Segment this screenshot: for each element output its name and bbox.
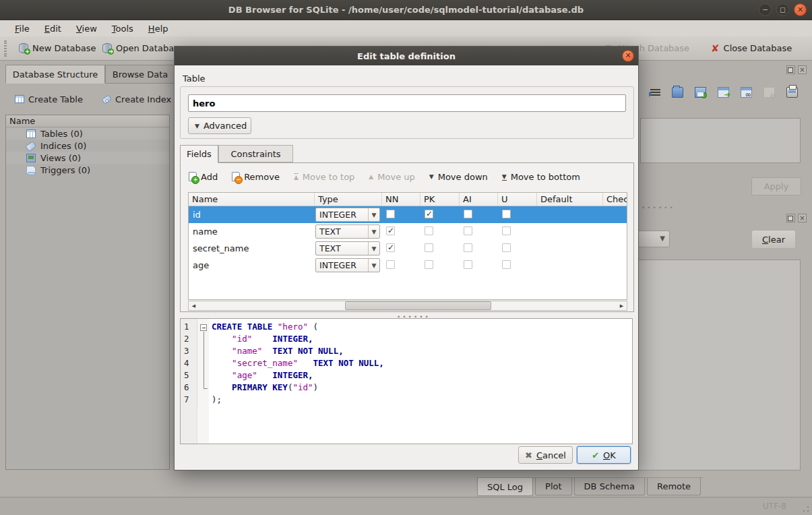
pk-checkbox[interactable] [425,226,433,235]
menu-file[interactable]: File [8,22,36,35]
field-type-select[interactable]: INTEGER▼ [315,258,380,272]
ai-checkbox[interactable] [464,226,472,235]
move-to-bottom-button[interactable]: ▼Move to bottom [502,172,580,182]
horizontal-scrollbar[interactable]: ◀ ▶ [188,301,627,311]
nn-checkbox[interactable] [386,243,395,252]
nn-checkbox[interactable] [386,226,395,235]
link-icon[interactable] [741,87,752,98]
dock-float-icon[interactable] [786,65,795,74]
dock-close-icon[interactable]: × [798,65,807,74]
column-header-ai[interactable]: AI [460,193,498,206]
close-database-button[interactable]: ✘ Close Database [711,36,792,60]
field-type-value: INTEGER [316,260,356,270]
field-type-select[interactable]: INTEGER▼ [315,208,380,222]
column-header-u[interactable]: U [498,193,537,206]
tab-fields[interactable]: Fields [180,145,218,163]
dialog-close-icon[interactable]: ✕ [622,50,634,62]
toolbar-grip[interactable] [4,40,7,57]
tab-constraints[interactable]: Constraints [218,145,293,162]
create-table-button[interactable]: Create Table [15,90,83,108]
sql-token: ); [212,394,222,404]
text-import-icon[interactable] [650,89,660,97]
clear-button[interactable]: Clear [751,230,796,249]
apply-button[interactable]: Apply [751,177,801,195]
tree-item-tables[interactable]: Tables (0) [6,127,169,140]
tab-database-structure[interactable]: Database Structure [5,65,105,84]
close-icon[interactable]: ✕ [794,3,807,16]
create-index-button[interactable]: Create Index [102,90,171,108]
menu-tools[interactable]: Tools [105,22,140,35]
remove-button[interactable]: Remove [232,172,280,182]
ai-checkbox[interactable] [464,260,472,269]
print-icon[interactable] [786,87,798,98]
ai-checkbox[interactable] [464,243,472,252]
new-database-button[interactable]: + New Database [19,36,96,60]
tab-remote[interactable]: Remote [647,478,701,495]
column-header-default[interactable]: Default [537,193,603,206]
open-database-button[interactable]: ➔ Open Database [102,36,184,60]
minimize-icon[interactable]: − [759,3,772,16]
nn-checkbox[interactable] [386,210,395,218]
chevron-down-icon: ▼ [195,123,199,129]
move-down-button[interactable]: ▼Move down [429,172,488,182]
u-checkbox[interactable] [502,210,511,218]
tab-plot[interactable]: Plot [535,478,572,495]
dock-float-icon[interactable] [786,214,795,222]
field-row-name[interactable]: nameTEXT▼ [189,223,627,240]
add-button[interactable]: Add [189,172,218,182]
clear-cell-icon[interactable] [763,87,775,98]
open-file-icon[interactable] [672,87,683,98]
resize-grip[interactable] [803,506,809,512]
tree-item-triggers[interactable]: Triggers (0) [6,164,169,176]
menu-help[interactable]: Help [142,22,175,35]
ok-button[interactable]: ✔ OK [577,446,631,464]
menu-view[interactable]: View [69,22,104,35]
tab-sql-log[interactable]: SQL Log [477,478,533,496]
maximize-icon[interactable]: ◻ [776,3,789,16]
tree-item-indices[interactable]: Indices (0) [6,140,169,152]
sql-preview[interactable]: 1CREATE TABLE "hero" (2 "id" INTEGER,3 "… [180,318,633,444]
field-row-age[interactable]: ageINTEGER▼ [189,257,627,274]
dock-splitter-handle[interactable]: •••••• [642,204,675,211]
u-checkbox[interactable] [502,243,511,252]
column-header-type[interactable]: Type [315,193,382,206]
ai-checkbox[interactable] [464,210,472,218]
dialog-titlebar: Edit table definition ✕ [175,47,638,65]
cell-editor-area[interactable] [640,118,801,163]
fold-collapse-icon[interactable] [200,324,207,331]
scroll-left-icon[interactable]: ◀ [189,303,199,309]
column-header-name[interactable]: Name [189,193,315,206]
field-type-select[interactable]: TEXT▼ [315,241,380,255]
column-header-check[interactable]: Check [603,193,627,206]
export-icon[interactable] [718,87,729,98]
cancel-button[interactable]: ✖ Cancel [518,446,573,464]
column-header-pk[interactable]: PK [420,193,460,206]
pk-checkbox[interactable] [425,243,433,252]
advanced-button[interactable]: ▼ Advanced [188,117,251,134]
scroll-right-icon[interactable]: ▶ [617,303,627,309]
move-to-top-button[interactable]: ▲Move to top [294,172,354,182]
nn-checkbox[interactable] [386,260,395,269]
menu-edit[interactable]: Edit [38,22,68,35]
dock-close-icon[interactable]: × [798,214,807,222]
pk-checkbox[interactable] [425,210,433,218]
column-header-nn[interactable]: NN [382,193,420,206]
field-type-cell: TEXT▼ [315,224,382,239]
tab-browse-data[interactable]: Browse Data [105,65,175,84]
u-checkbox[interactable] [502,226,511,235]
field-row-secret-name[interactable]: secret_nameTEXT▼ [189,240,627,257]
move-to-bottom-label: Move to bottom [511,172,580,182]
sql-token [212,370,232,380]
tree-item-views[interactable]: Views (0) [6,152,169,164]
u-checkbox[interactable] [502,260,511,269]
move-up-button[interactable]: ▲Move up [369,172,414,182]
tab-db-schema[interactable]: DB Schema [574,478,645,495]
field-row-id[interactable]: idINTEGER▼ [189,206,627,223]
table-name-input[interactable] [188,94,626,112]
pk-checkbox[interactable] [425,260,433,269]
field-type-select[interactable]: TEXT▼ [315,224,380,239]
create-table-label: Create Table [28,94,83,104]
scrollbar-track[interactable] [199,301,617,310]
save-file-icon[interactable] [695,87,706,98]
scrollbar-thumb[interactable] [345,301,491,310]
